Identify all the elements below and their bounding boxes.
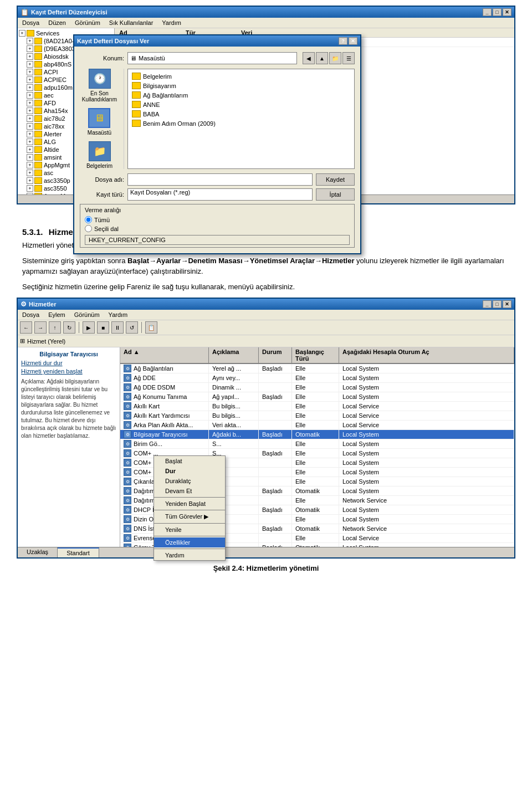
svc-props-btn[interactable]: 📋 [145, 321, 157, 334]
para2-arr3: → [243, 257, 250, 265]
svc-status-8 [259, 439, 292, 448]
svc-back-btn[interactable]: ← [20, 321, 32, 334]
file-item-2[interactable]: Ağ Bağlantılarım [130, 90, 352, 100]
svc-forward-btn[interactable]: → [34, 321, 47, 334]
menu-yardim[interactable]: Yardım [160, 19, 183, 27]
svc-row-7[interactable]: ⚙Bilgisayar Tarayıcısı Ağdaki b... Başla… [120, 430, 514, 439]
svc-minimize-button[interactable]: _ [483, 300, 492, 308]
new-folder-button[interactable]: 📁 [329, 52, 341, 64]
expand-icon[interactable]: + [19, 30, 25, 37]
up-button[interactable]: ▲ [316, 52, 328, 64]
back-button[interactable]: ◀ [303, 52, 315, 64]
svc-type-5: Elle [292, 411, 339, 420]
svc-row-1[interactable]: ⚙Ağ DDE Aynı vey... Elle Local System [120, 373, 514, 383]
place-recent[interactable]: 🕐 En Son Kullandıklarım [80, 69, 119, 103]
window-controls: _ □ ✕ [483, 8, 511, 16]
file-item-3[interactable]: ANNE [130, 100, 352, 109]
maximize-button[interactable]: □ [493, 8, 502, 16]
dialog-help-button[interactable]: ? [339, 37, 347, 45]
svc-account-2: Local System [339, 383, 514, 392]
col-baslangic[interactable]: Başlangıç Türü [292, 347, 339, 363]
file-item-0[interactable]: Belgelerim [130, 71, 352, 81]
view-button[interactable]: ☰ [342, 52, 355, 64]
dialog-close-button[interactable]: ✕ [349, 37, 357, 45]
svc-maximize-button[interactable]: □ [493, 300, 502, 308]
place-documents[interactable]: 📁 Belgelerim [86, 141, 112, 169]
konum-label: Konum: [80, 55, 124, 62]
ctx-baslat[interactable]: Başlat [154, 456, 225, 466]
file-item-1[interactable]: Bilgisayarım [130, 81, 352, 90]
svc-row-3[interactable]: ⚙Ağ Konumu Tanıma Ağ yapıl... Başladı El… [120, 392, 514, 402]
iptal-button[interactable]: İptal [316, 188, 355, 201]
svc-row-0[interactable]: ⚙Ağ Bağlantıları Yerel ağ ... Başladı El… [120, 364, 514, 373]
menu-dosya[interactable]: Dosya [20, 19, 42, 27]
svc-name-7: ⚙Bilgisayar Tarayıcısı [120, 430, 209, 439]
ctx-duraklat[interactable]: Duraklatç [154, 476, 225, 486]
svc-row-4[interactable]: ⚙Akıllı Kart Bu bilgis... Elle Local Ser… [120, 402, 514, 411]
close-button[interactable]: ✕ [503, 8, 511, 16]
svc-status-3: Başladı [259, 392, 292, 401]
menu-sik[interactable]: Sık Kullanılanlar [107, 19, 156, 27]
menu-duzen[interactable]: Düzen [46, 19, 68, 27]
svc-pause-btn[interactable]: ⏸ [111, 321, 124, 334]
radio-tumu[interactable]: Tümü [85, 216, 350, 223]
svc-account-5: Local Service [339, 411, 514, 420]
folder-icon [27, 30, 34, 37]
svc-left-desc: Açıklama: Ağdaki bilgisayarların güncell… [21, 378, 116, 440]
svc-menu-yardim[interactable]: Yardım [106, 311, 130, 319]
ctx-yeniden[interactable]: Yeniden Başlat [154, 499, 225, 509]
col-aciklama[interactable]: Açıklama [209, 347, 259, 363]
recent-label: En Son Kullandıklarım [80, 90, 119, 103]
svc-menu-gorunum[interactable]: Görünüm [72, 311, 102, 319]
svc-type-9: Elle [292, 449, 339, 458]
dialog-places: 🕐 En Son Kullandıklarım 🖥 Masaüstü 📁 Bel… [80, 69, 355, 169]
file-item-5[interactable]: Benim Adım Orman (2009) [130, 119, 352, 128]
svc-row-2[interactable]: ⚙Ağ DDE DSDM Dinamik ... Elle Local Syst… [120, 383, 514, 392]
kaydet-button[interactable]: Kaydet [316, 173, 355, 186]
files-area[interactable]: Belgelerim Bilgisayarım Ağ Bağlantılarım… [127, 69, 355, 169]
svc-stop-btn[interactable]: ■ [97, 321, 109, 334]
verme-araligi-group: Verme aralığı Tümü Seçili dal HKEY_CURRE… [80, 204, 355, 248]
svc-type-6: Elle [292, 421, 339, 429]
svc-desc-0: Yerel ağ ... [209, 364, 259, 373]
col-hesap[interactable]: Aşağıdaki Hesapla Oturum Aç [339, 347, 514, 363]
ctx-tum-gorevler[interactable]: Tüm Görevler ▶ [154, 511, 225, 522]
svc-menu-eylem[interactable]: Eylem [46, 311, 68, 319]
svc-status-1 [259, 373, 292, 382]
registry-menubar: Dosya Düzen Görünüm Sık Kullanılanlar Ya… [18, 18, 514, 28]
svc-restart-btn[interactable]: ↺ [126, 321, 138, 334]
svc-name-4: ⚙Akıllı Kart [120, 402, 209, 411]
svc-link-restart[interactable]: Hizmeti yeniden başlat [21, 368, 116, 375]
svc-desc-6: Veri akta... [209, 421, 259, 429]
svc-tree-item[interactable]: ⊞ [20, 337, 25, 345]
svc-account-14: Network Service [339, 496, 514, 505]
ctx-dur[interactable]: Dur [154, 466, 225, 476]
ctx-devam[interactable]: Devam Et [154, 486, 225, 496]
konum-combo[interactable]: 🖥 Masaüstü [127, 52, 297, 64]
file-item-4[interactable]: BABA [130, 109, 352, 119]
tab-standart[interactable]: Standart [58, 547, 99, 557]
kayit-turu-select[interactable]: Kayıt Dosyaları (*.reg) [127, 188, 313, 201]
col-ad[interactable]: Ad ▲ [120, 347, 209, 363]
svc-refresh-btn[interactable]: ↻ [63, 321, 75, 334]
svc-link-stop[interactable]: Hizmeti dur dur [21, 360, 116, 366]
dialog-title: Kayıt Defteri Dosyası Ver [77, 38, 149, 44]
tab-uzaklas[interactable]: Uzaklaş [18, 547, 58, 557]
place-desktop[interactable]: 🖥 Masaüstü [88, 108, 111, 136]
ctx-ozellikler[interactable]: Özellikler [154, 537, 225, 547]
svc-menu-dosya[interactable]: Dosya [20, 311, 42, 319]
dosya-adi-input[interactable] [127, 173, 313, 186]
svc-start-btn[interactable]: ▶ [83, 321, 95, 334]
svc-close-button[interactable]: ✕ [503, 300, 511, 308]
radio-secili-dal[interactable]: Seçili dal [85, 225, 350, 232]
ctx-yenile[interactable]: Yenile [154, 525, 225, 535]
recent-icon: 🕐 [89, 69, 111, 89]
desktop-label: Masaüstü [88, 130, 111, 136]
svc-up-btn[interactable]: ↑ [49, 321, 61, 334]
svc-row-8[interactable]: ⚙Birim Gö... S... Elle Local System [120, 439, 514, 449]
svc-row-6[interactable]: ⚙Arka Plan Akıllı Akta... Veri akta... E… [120, 421, 514, 430]
svc-row-5[interactable]: ⚙Akıllı Kart Yardımcısı Bu bilgis... Ell… [120, 411, 514, 421]
minimize-button[interactable]: _ [483, 8, 492, 16]
menu-gorunum[interactable]: Görünüm [73, 19, 103, 27]
col-durum[interactable]: Durum [259, 347, 292, 363]
